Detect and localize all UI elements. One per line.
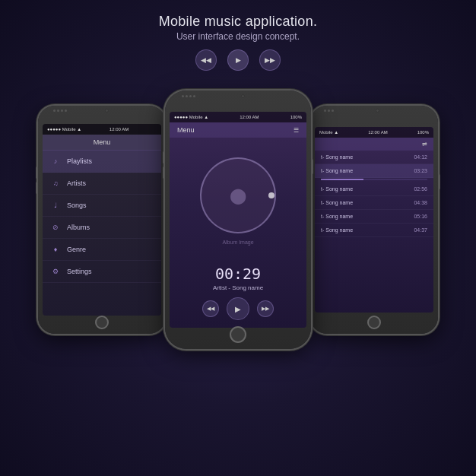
- player-forward-button[interactable]: ▶▶: [257, 300, 274, 317]
- center-volume-up-button: [163, 151, 165, 163]
- left-home-button[interactable]: [95, 316, 109, 329]
- left-carrier: ●●●●● Mobile ▲: [47, 127, 81, 132]
- menu-item-icon: ♩: [50, 200, 61, 211]
- song-duration: 02:56: [414, 186, 427, 192]
- center-home-button[interactable]: [230, 326, 246, 343]
- signal-dot: [61, 109, 63, 112]
- rewind-icon: ◀◀: [207, 306, 214, 312]
- menu-item-label: Genre: [67, 246, 86, 253]
- song-duration: 04:38: [414, 200, 427, 205]
- player-menu-label: Menu: [177, 126, 195, 134]
- center-power-button: [311, 159, 313, 174]
- volume-up-button: [36, 167, 38, 179]
- signal-dot: [65, 109, 67, 112]
- song-name: t- Song name: [321, 154, 411, 160]
- list-item[interactable]: t- Song name 05:16: [315, 210, 433, 224]
- list-item[interactable]: t- Song name 03:23: [315, 164, 433, 178]
- song-duration: 04:12: [414, 154, 427, 160]
- hamburger-icon[interactable]: ☰: [294, 127, 299, 134]
- song-name: t- Song name: [321, 227, 411, 233]
- player-rewind-button[interactable]: ◀◀: [202, 300, 219, 317]
- page-title: Mobile music application.: [159, 14, 318, 30]
- list-item[interactable]: t- Song name 02:56: [315, 182, 433, 196]
- right-battery: 100%: [417, 130, 429, 135]
- menu-item[interactable]: ♦ Genre: [43, 239, 161, 261]
- signal-dot: [193, 95, 195, 97]
- menu-item-label: Songs: [67, 202, 87, 209]
- menu-item-icon: ♦: [50, 244, 61, 255]
- volume-down-button: [36, 182, 38, 194]
- top-play-button[interactable]: ▶: [227, 49, 249, 71]
- menu-list: ♪ Playlists ♫ Artists ♩ Songs ⊘ Albums ♦…: [43, 151, 161, 316]
- album-art-circle: ⬤: [200, 157, 276, 233]
- player-controls: ◀◀ ▶ ▶▶: [170, 297, 306, 328]
- phones-area: ●●●●● Mobile ▲ 12:00 AM Menu ♪ Playlists…: [0, 83, 476, 410]
- center-phone: ●●●●● Mobile ▲ 12:00 AM 100% Menu ☰ ⬤ Al…: [165, 90, 311, 349]
- menu-item[interactable]: ⊘ Albums: [43, 217, 161, 239]
- top-forward-button[interactable]: ▶▶: [259, 49, 281, 71]
- song-name: t- Song name: [321, 186, 411, 192]
- song-duration: 05:16: [414, 214, 427, 219]
- song-duration: 04:37: [414, 227, 427, 233]
- signal-dot: [324, 109, 326, 112]
- song-name: t- Song name: [321, 214, 411, 219]
- center-volume-down-button: [163, 167, 165, 179]
- song-name: t- Song name: [321, 200, 411, 205]
- left-phone: ●●●●● Mobile ▲ 12:00 AM Menu ♪ Playlists…: [38, 106, 166, 334]
- song-duration: 03:23: [414, 168, 427, 173]
- time-display: 00:29: [170, 265, 306, 283]
- right-time: 12:00 AM: [368, 130, 387, 135]
- progress-bar: [321, 179, 427, 180]
- signal-dot: [182, 95, 184, 97]
- front-camera: [376, 109, 379, 113]
- playlist-header: ⇌: [315, 138, 433, 151]
- album-art-area: ⬤ Album Image: [170, 138, 306, 265]
- signal-dot: [328, 109, 330, 112]
- page-subtitle: User interface design concept.: [159, 31, 318, 42]
- menu-item[interactable]: ⚙ Settings: [43, 261, 161, 283]
- right-home-button[interactable]: [367, 316, 381, 329]
- left-time: 12:00 AM: [109, 127, 129, 132]
- front-camera: [241, 94, 245, 98]
- center-carrier: ●●●●● Mobile ▲: [174, 115, 208, 119]
- menu-item-label: Settings: [67, 268, 92, 275]
- signal-dot: [189, 95, 192, 97]
- right-power-button: [438, 174, 440, 189]
- shuffle-icon[interactable]: ⇌: [422, 141, 427, 148]
- signal-dot: [57, 109, 59, 112]
- list-item[interactable]: t- Song name 04:38: [315, 196, 433, 210]
- front-camera: [105, 109, 109, 113]
- menu-item[interactable]: ♫ Artists: [43, 173, 161, 195]
- top-rewind-button[interactable]: ◀◀: [195, 49, 217, 71]
- menu-item-icon: ♫: [50, 178, 61, 189]
- menu-header: Menu: [43, 135, 161, 151]
- song-info: Artist - Song name: [170, 284, 306, 291]
- center-status-bar: ●●●●● Mobile ▲ 12:00 AM 100%: [170, 112, 306, 122]
- menu-item-icon: ♪: [50, 156, 61, 167]
- player-header: Menu ☰: [170, 122, 306, 138]
- left-phone-screen: ●●●●● Mobile ▲ 12:00 AM Menu ♪ Playlists…: [43, 124, 161, 316]
- left-status-bar: ●●●●● Mobile ▲ 12:00 AM: [43, 124, 161, 135]
- song-name: t- Song name: [321, 168, 411, 173]
- right-phone-screen: Mobile ▲ 12:00 AM 100% ⇌ t- Song name 04…: [315, 127, 433, 313]
- player-play-button[interactable]: ▶: [227, 297, 249, 320]
- play-icon: ▶: [236, 56, 241, 64]
- center-phone-screen: ●●●●● Mobile ▲ 12:00 AM 100% Menu ☰ ⬤ Al…: [170, 112, 306, 328]
- right-status-bar: Mobile ▲ 12:00 AM 100%: [315, 127, 433, 138]
- progress-fill: [321, 179, 363, 180]
- right-carrier: Mobile ▲: [319, 130, 338, 135]
- forward-icon: ▶▶: [265, 56, 275, 64]
- menu-item[interactable]: ♩ Songs: [43, 195, 161, 217]
- list-item[interactable]: t- Song name 04:37: [315, 224, 433, 237]
- menu-item[interactable]: ♪ Playlists: [43, 151, 161, 173]
- play-icon: ▶: [235, 305, 241, 313]
- menu-item-label: Artists: [67, 179, 86, 187]
- right-phone: Mobile ▲ 12:00 AM 100% ⇌ t- Song name 04…: [310, 106, 438, 334]
- center-battery: 100%: [290, 115, 302, 119]
- page-header: Mobile music application. User interface…: [159, 14, 318, 42]
- menu-item-icon: ⚙: [50, 266, 61, 277]
- list-item[interactable]: t- Song name 04:12: [315, 151, 433, 164]
- center-time: 12:00 AM: [240, 115, 259, 119]
- signal-dot: [53, 109, 56, 112]
- signal-dot: [186, 95, 188, 97]
